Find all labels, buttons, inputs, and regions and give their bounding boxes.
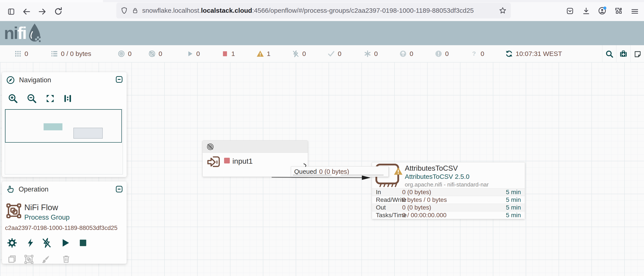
- zoom-actual-icon: [62, 93, 73, 104]
- hand-pointer-icon: [6, 185, 15, 194]
- notes-button[interactable]: [634, 50, 642, 58]
- check-icon: [327, 50, 335, 58]
- status-active-threads: 0: [14, 45, 28, 62]
- stop-button[interactable]: [78, 238, 88, 248]
- pocket-save-icon: [566, 7, 574, 15]
- url-bar[interactable]: snowflake.localhost.localstack.cloud:456…: [116, 3, 511, 19]
- status-disabled: 0: [292, 45, 306, 62]
- processor-type: AttributesToCSV 2.5.0: [405, 173, 470, 180]
- birdseye-viewport[interactable]: [5, 109, 122, 143]
- no-transmission-icon: [206, 143, 214, 151]
- zoom-out-icon: [26, 93, 37, 104]
- sidebar-toggle-icon: [6, 7, 16, 16]
- trash-icon: [62, 254, 71, 263]
- stale-up-arrow-icon: [399, 50, 407, 58]
- navigation-collapse-button[interactable]: [115, 75, 123, 84]
- navigation-title: Navigation: [19, 76, 51, 84]
- statusbar-separator: [602, 45, 602, 62]
- status-queued: 0 / 0 bytes: [50, 45, 91, 62]
- refresh-icon[interactable]: [505, 50, 513, 58]
- operation-title: Operation: [18, 185, 48, 193]
- processor-stat-row-in: In 0 (0 bytes) 5 min: [372, 188, 525, 196]
- threads-grid-icon: [14, 50, 22, 58]
- port-stopped-indicator: [224, 158, 230, 164]
- zoom-fit-icon: [45, 93, 56, 104]
- browser-menu-button[interactable]: [630, 7, 639, 16]
- processor-name: AttributesToCSV: [405, 164, 458, 173]
- processor-stat-row-out: Out 0 (0 bytes) 5 min: [372, 204, 525, 211]
- zoom-in-button[interactable]: [8, 93, 18, 104]
- disable-button[interactable]: [41, 237, 52, 249]
- bookmark-star-icon[interactable]: [498, 6, 507, 15]
- forward-button[interactable]: [38, 7, 47, 16]
- url-text[interactable]: snowflake.localhost.localstack.cloud:456…: [142, 7, 495, 14]
- group-button[interactable]: [24, 254, 34, 264]
- pocket-save-button[interactable]: [566, 7, 574, 15]
- extensions-puzzle-icon: [614, 7, 623, 15]
- search-button[interactable]: [605, 50, 614, 58]
- gear-icon: [7, 238, 17, 248]
- stopped-square-icon: [221, 50, 229, 58]
- nifi-logo-drop-icon: [27, 23, 42, 43]
- nifi-logo-text-2: fi: [17, 23, 26, 43]
- disabled-lightning-icon: [292, 50, 300, 58]
- downloads-button[interactable]: [582, 7, 590, 15]
- connection-size-bar: [340, 174, 384, 176]
- asterisk-icon: [364, 50, 372, 58]
- processor-stat-row-tasks: Tasks/Time 0 / 00:00:00.000 5 min: [372, 211, 525, 219]
- search-icon: [605, 50, 614, 58]
- reload-button[interactable]: [54, 7, 63, 16]
- start-button[interactable]: [60, 238, 71, 248]
- birdseye-processor-swatch: [74, 128, 103, 139]
- status-running: 0: [186, 45, 200, 62]
- configure-button[interactable]: [7, 238, 17, 248]
- play-icon: [60, 238, 71, 248]
- queue-list-icon: [50, 50, 58, 58]
- compass-icon: [6, 75, 15, 85]
- running-play-icon: [186, 50, 194, 58]
- operation-panel: Operation NiFi Flow Process Group c2aa23…: [2, 181, 126, 264]
- enable-button[interactable]: [26, 238, 35, 248]
- status-locally-modified-stale: 0: [434, 45, 449, 62]
- not-transmitting-icon: [148, 50, 156, 58]
- selected-process-group-icon: [6, 203, 22, 219]
- copy-button[interactable]: [7, 254, 17, 264]
- statusbar-separator: [630, 45, 631, 62]
- back-button[interactable]: [22, 7, 31, 16]
- extensions-button[interactable]: [614, 7, 623, 15]
- zoom-in-icon: [8, 93, 18, 104]
- connection-count-bar: [293, 174, 332, 176]
- zoom-out-button[interactable]: [26, 93, 37, 104]
- sidebar-toggle-button[interactable]: [6, 7, 16, 16]
- connection-label[interactable]: Queued 0 (0 bytes): [291, 166, 388, 177]
- processor-warning-icon: [394, 166, 403, 176]
- transmitting-icon: [118, 50, 125, 58]
- account-icon: [598, 6, 607, 15]
- flow-analysis-kit-icon: [619, 50, 628, 58]
- statusbar-separator: [616, 45, 616, 62]
- zoom-fit-button[interactable]: [45, 93, 56, 104]
- input-port-header: [202, 141, 308, 153]
- processor-component[interactable]: AttributesToCSV AttributesToCSV 2.5.0 or…: [372, 162, 525, 219]
- delete-button[interactable]: [62, 254, 71, 263]
- birdseye-input-port-swatch: [44, 123, 62, 130]
- zoom-actual-button[interactable]: [62, 93, 73, 104]
- navigation-panel: Navigation: [2, 72, 126, 177]
- operation-collapse-button[interactable]: [115, 185, 123, 193]
- selected-component-name: NiFi Flow: [24, 203, 58, 212]
- status-invalid: 1: [256, 45, 270, 62]
- flow-analysis-button[interactable]: [619, 50, 628, 58]
- birdseye-minimap[interactable]: [5, 109, 123, 174]
- lightning-slash-icon: [41, 237, 52, 249]
- refresh-group[interactable]: 10:07:31 WEST: [505, 45, 562, 62]
- account-button[interactable]: [598, 6, 607, 15]
- question-icon: ?: [470, 50, 478, 58]
- change-color-button[interactable]: [40, 254, 50, 264]
- menu-hamburger-icon: [630, 7, 639, 16]
- status-locally-modified: 0: [364, 45, 378, 62]
- status-sync-failure: ? 0: [470, 45, 484, 62]
- exclamation-circle-icon: [434, 50, 442, 58]
- shield-icon: [120, 7, 128, 15]
- reload-icon: [54, 7, 63, 16]
- selected-component-type: Process Group: [24, 213, 70, 221]
